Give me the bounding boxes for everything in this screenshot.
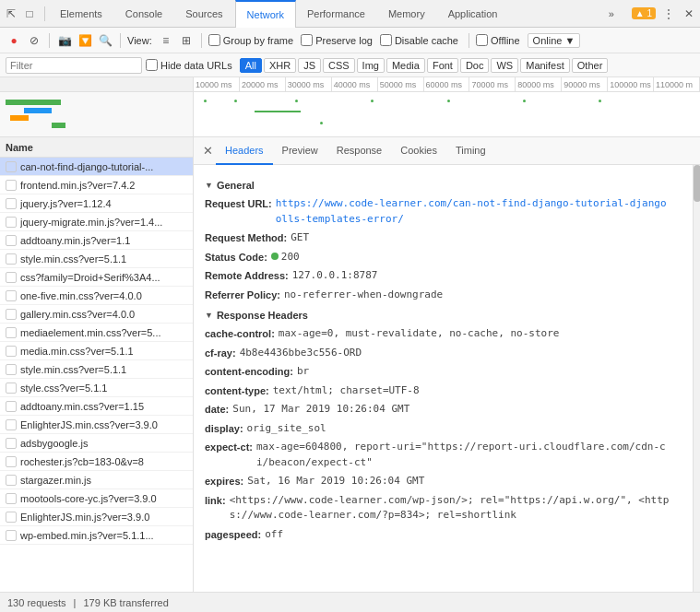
list-item[interactable]: style.min.css?ver=5.1.1 [0,360,193,379]
list-view-button[interactable]: ≡ [158,32,174,49]
response-headers-section-title: Response Headers [205,310,689,321]
tab-application[interactable]: Application [437,0,510,28]
detail-tab-timing[interactable]: Timing [446,137,495,165]
request-item-icon [6,253,17,265]
request-list-header: Name [0,137,193,158]
referrer-policy-value: no-referrer-when-downgrade [284,288,443,303]
list-item[interactable]: gallery.min.css?ver=4.0.0 [0,305,193,324]
list-item[interactable]: media.min.css?ver=5.1.1 [0,342,193,360]
referrer-policy-label: Referrer Policy: [205,288,280,303]
offline-checkbox[interactable] [476,34,488,46]
filter-type-font[interactable]: Font [427,58,458,73]
group-by-frame-checkbox[interactable] [208,34,220,46]
list-item[interactable]: EnlighterJS.min.css?ver=3.9.0 [0,416,193,434]
filter-type-doc[interactable]: Doc [460,58,490,73]
screenshot-button[interactable]: 📷 [56,32,73,49]
list-item[interactable]: EnlighterJS.min.js?ver=3.9.0 [0,508,193,526]
list-item[interactable]: stargazer.min.js [0,471,193,489]
hide-data-urls-checkbox[interactable] [146,59,158,71]
request-item-name: gallery.min.css?ver=4.0.0 [20,309,135,320]
list-item[interactable]: can-not-find-django-tutorial-... [0,158,193,176]
expect-ct-label: expect-ct: [205,440,253,470]
request-item-icon [6,382,17,394]
offline-label[interactable]: Offline [491,35,520,46]
detail-tab-preview[interactable]: Preview [273,137,327,165]
filter-type-ws[interactable]: WS [491,58,518,73]
request-item-name: jquery.js?ver=1.12.4 [20,198,112,209]
disable-cache-label[interactable]: Disable cache [395,35,458,46]
grid-view-button[interactable]: ⊞ [178,32,195,49]
tab-performance[interactable]: Performance [296,0,377,28]
request-item-icon [6,198,17,209]
request-url-value: https://www.code-learner.com/can-not-fin… [276,196,667,227]
filter-input[interactable] [6,57,142,74]
request-item-icon [6,493,17,504]
tick-3: 40000 ms [332,77,378,91]
status-bar: 130 requests | 179 KB transferred [0,592,700,612]
timeline-main[interactable]: 10000 ms 20000 ms 30000 ms 40000 ms 5000… [194,77,700,136]
request-item-name: frontend.min.js?ver=7.4.2 [20,180,135,191]
list-item[interactable]: wp-embed.min.js?ver=5.1.1... [0,526,193,545]
tab-memory[interactable]: Memory [377,0,437,28]
filter-type-all[interactable]: All [240,58,262,73]
network-toolbar: ● ⊘ 📷 🔽 🔍 View: ≡ ⊞ Group by frame Prese… [0,28,700,53]
disable-cache-checkbox[interactable] [380,34,392,46]
date-row: date: Sun, 17 Mar 2019 10:26:04 GMT [205,402,689,418]
detail-close-button[interactable]: ✕ [199,143,216,159]
record-button[interactable]: ● [6,32,22,49]
request-item-name: mediaelement.min.css?ver=5... [20,327,161,338]
search-button[interactable]: 🔍 [97,32,113,49]
tab-more[interactable]: » [598,0,626,28]
list-item[interactable]: frontend.min.js?ver=7.4.2 [0,176,193,194]
filter-type-img[interactable]: Img [357,58,385,73]
filter-type-other[interactable]: Other [572,58,609,73]
list-item[interactable]: jquery.js?ver=1.12.4 [0,194,193,213]
list-item[interactable]: adsbygoogle.js [0,434,193,453]
filter-type-media[interactable]: Media [386,58,425,73]
request-item-icon [6,419,17,430]
tick-6: 70000 ms [469,77,516,91]
filter-type-xhr[interactable]: XHR [264,58,296,73]
link-label: link: [205,493,226,524]
tab-console[interactable]: Console [114,0,174,28]
detail-tab-response[interactable]: Response [327,137,392,165]
close-devtools-icon[interactable]: ✕ [682,6,696,21]
dock-icon[interactable]: ⇱ [4,6,18,21]
filter-type-js[interactable]: JS [298,58,321,73]
request-item-icon [6,180,17,191]
clear-button[interactable]: ⊘ [26,32,42,49]
tab-elements[interactable]: Elements [49,0,114,28]
filter-type-manifest[interactable]: Manifest [520,58,570,73]
list-item[interactable]: style.css?ver=5.1.1 [0,379,193,397]
list-item[interactable]: jquery-migrate.min.js?ver=1.4... [0,213,193,231]
expand-icon[interactable]: □ [22,6,37,21]
hide-data-urls-label[interactable]: Hide data URLs [160,60,232,71]
detail-tab-headers[interactable]: Headers [216,137,273,165]
filter-button[interactable]: 🔽 [77,32,93,49]
tab-network[interactable]: Network [235,0,296,28]
preserve-log-checkbox[interactable] [301,34,313,46]
tick-7: 80000 ms [516,77,562,91]
tab-sources[interactable]: Sources [174,0,234,28]
request-item-icon [6,217,17,228]
list-item[interactable]: rochester.js?cb=183-0&v=8 [0,453,193,471]
list-item[interactable]: addtoany.min.js?ver=1.1 [0,231,193,250]
list-item[interactable]: style.min.css?ver=5.1.1 [0,250,193,268]
list-item[interactable]: addtoany.min.css?ver=1.15 [0,397,193,416]
right-scrollbar[interactable] [693,165,700,592]
preserve-log-label[interactable]: Preserve log [315,35,373,46]
filter-type-css[interactable]: CSS [323,58,355,73]
request-item-icon [6,272,17,283]
group-by-frame-label[interactable]: Group by frame [223,35,293,46]
tick-10: 110000 m [654,77,700,91]
list-item[interactable]: mootools-core-yc.js?ver=3.9.0 [0,489,193,508]
list-item[interactable]: one-five.min.css?ver=4.0.0 [0,287,193,305]
detail-tab-cookies[interactable]: Cookies [391,137,446,165]
more-options-icon[interactable]: ⋮ [661,6,676,21]
list-item[interactable]: mediaelement.min.css?ver=5... [0,324,193,342]
online-dropdown[interactable]: Online ▼ [528,33,581,48]
list-item[interactable]: css?family=Droid+Serif%3A4... [0,268,193,287]
content-type-label: content-type: [205,383,269,399]
timeline: 10000 ms 20000 ms 30000 ms 40000 ms 5000… [0,77,700,137]
request-item-icon [6,530,17,541]
